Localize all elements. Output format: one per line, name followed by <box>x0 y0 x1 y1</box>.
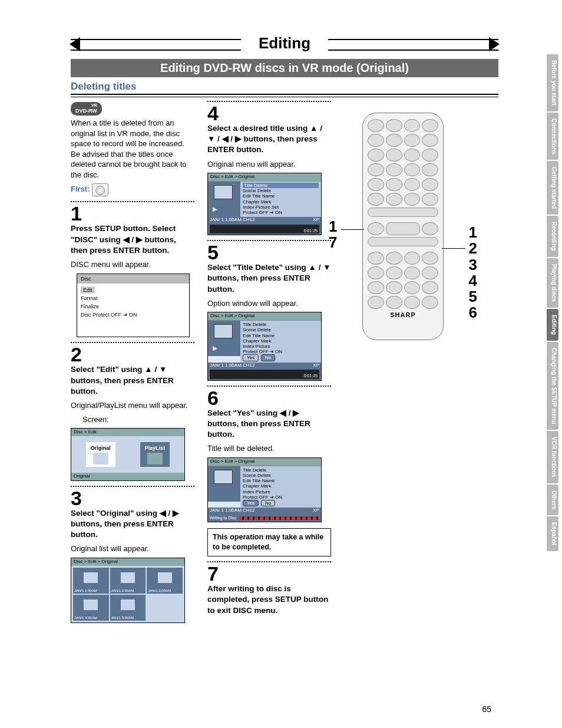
step-5-note: Option window will appear. <box>207 298 331 309</box>
dvd-rw-badge: VR DVD-RW <box>71 102 102 116</box>
section-tabs: Before you start Connections Getting sta… <box>547 54 558 552</box>
step-2-sublabel: Screen: <box>82 414 194 425</box>
osd-original-playlist: Disc > Edit Original PlayList Original <box>71 428 185 481</box>
tab-others[interactable]: Others <box>547 485 558 515</box>
tab-vcr-functions[interactable]: VCR functions <box>547 431 558 483</box>
tab-connections[interactable]: Connections <box>547 113 558 160</box>
step-4-note: Original menu will appear. <box>207 159 331 170</box>
tab-espanol[interactable]: Español <box>547 516 558 551</box>
remote-illustration: SHARP <box>362 113 444 340</box>
caution-note: This operation may take a while to be co… <box>207 528 331 556</box>
remote-callout-right: 1 2 3 4 5 6 <box>469 225 477 321</box>
step-3-note: Original list will appear. <box>71 543 194 554</box>
step-4-instruction: Select a desired title using ▲ / ▼ / ◀ /… <box>207 123 331 156</box>
step-6-instruction: Select "Yes" using ◀ / ▶ buttons, then p… <box>207 408 331 440</box>
step-3-instruction: Select "Original" using ◀ / ▶ buttons, t… <box>71 508 194 541</box>
step-2-note: Original/PlayList menu will appear. <box>71 400 194 411</box>
step-4-number: 4 <box>207 103 331 123</box>
step-2-number: 2 <box>71 344 194 364</box>
step-1-note: DISC menu will appear. <box>71 259 194 270</box>
step-1-number: 1 <box>71 203 194 223</box>
step-7-number: 7 <box>207 564 331 584</box>
subhead-deleting-titles: Deleting titles <box>71 81 498 93</box>
step-6-note: Title will be deleted. <box>207 443 331 454</box>
step-3-number: 3 <box>71 488 194 508</box>
step-2-instruction: Select "Edit" using ▲ / ▼ buttons, then … <box>71 364 194 397</box>
section-bar: Editing DVD-RW discs in VR mode (Origina… <box>71 59 498 77</box>
remote-brand: SHARP <box>368 311 438 324</box>
tab-changing-setup-menu[interactable]: Changing the SETUP menu <box>547 342 558 430</box>
tab-recording[interactable]: Recording <box>547 216 558 256</box>
page-title-banner: Editing <box>71 35 498 55</box>
step-1-instruction: Press SETUP button. Select "DISC" using … <box>71 223 194 256</box>
remote-callout-left: 1 7 <box>329 219 337 251</box>
tab-before-you-start[interactable]: Before you start <box>547 54 558 111</box>
step-6-number: 6 <box>207 388 331 408</box>
disc-icon <box>92 183 108 196</box>
step-7-instruction: After writing to disc is completed, pres… <box>207 584 331 616</box>
tab-playing-discs[interactable]: Playing discs <box>547 258 558 308</box>
osd-disc-menu: Disc Edit Format Finalize Disc Protect O… <box>77 274 190 338</box>
step-5-number: 5 <box>207 242 331 262</box>
page-title: Editing <box>241 34 328 52</box>
osd-title-grid: Disc > Edit > Original JAN/1 1:00AM JAN/… <box>71 558 185 623</box>
osd-confirm-menu: Disc > Edit > Original ▶ Title Delete Sc… <box>207 312 322 380</box>
osd-writing-menu: Disc > Edit > Original Title Delete Scen… <box>207 457 322 522</box>
tab-getting-started[interactable]: Getting started <box>547 161 558 215</box>
first-label: First: <box>71 183 194 196</box>
step-5-instruction: Select "Title Delete" using ▲ / ▼ button… <box>207 262 331 295</box>
intro-text: When a title is deleted from an original… <box>71 118 194 180</box>
page-number: 65 <box>482 704 491 714</box>
tab-editing[interactable]: Editing <box>547 309 558 341</box>
osd-original-menu: Disc > Edit > Original ▶ Title Delete Sc… <box>207 173 322 235</box>
